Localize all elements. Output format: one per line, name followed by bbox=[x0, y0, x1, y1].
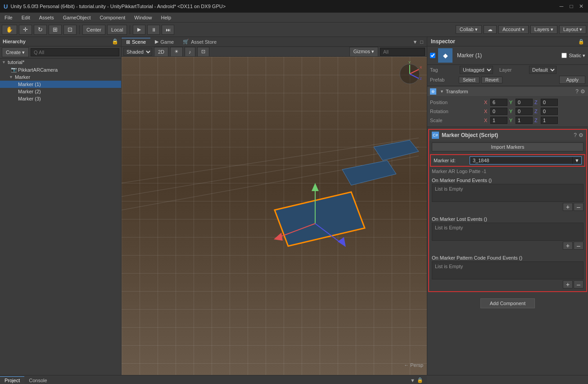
inspector-title-row: ◆ Marker (1) Static ▾ bbox=[427, 46, 588, 65]
hierarchy-item-marker1[interactable]: Marker (1) bbox=[0, 81, 121, 88]
prefab-apply-button[interactable]: Apply bbox=[559, 76, 585, 84]
on-marker-found-add-button[interactable]: + bbox=[563, 203, 573, 211]
titlebar-controls[interactable]: ─ □ ✕ bbox=[558, 3, 584, 9]
inspector-active-checkbox[interactable] bbox=[430, 53, 435, 58]
hierarchy-item-tutorial[interactable]: ▼ tutorial* bbox=[0, 59, 121, 66]
scene-canvas: X Y Z ← Persp bbox=[122, 57, 427, 375]
minimize-button[interactable]: ─ bbox=[558, 3, 565, 9]
tab-console[interactable]: Console bbox=[24, 377, 51, 384]
menu-help[interactable]: Help bbox=[156, 14, 176, 21]
cloud-button[interactable]: ☁ bbox=[484, 25, 497, 34]
prefab-select-button[interactable]: Select bbox=[459, 77, 479, 83]
hierarchy-header[interactable]: Hierarchy 🔒 bbox=[0, 37, 121, 46]
scale-y-input[interactable] bbox=[516, 117, 533, 124]
layers-button[interactable]: Layers ▾ bbox=[530, 25, 557, 34]
scale-x-input[interactable] bbox=[490, 117, 507, 124]
local-toggle-button[interactable]: Local bbox=[107, 25, 127, 35]
position-y-input[interactable] bbox=[516, 99, 533, 106]
audio-button[interactable]: ♪ bbox=[185, 47, 195, 57]
hierarchy-item-label-marker1: Marker (1) bbox=[18, 82, 41, 87]
layout-button[interactable]: Layout ▾ bbox=[559, 25, 586, 34]
hierarchy-item-marker3[interactable]: Marker (3) bbox=[0, 95, 121, 102]
close-button[interactable]: ✕ bbox=[578, 3, 584, 9]
scale-z-label: Z bbox=[534, 118, 540, 123]
marker-id-dropdown-arrow[interactable]: ▼ bbox=[572, 157, 581, 164]
import-btn-row: Import Markers bbox=[429, 141, 586, 153]
rect-tool-button[interactable]: ⊡ bbox=[63, 25, 77, 35]
position-z-input[interactable] bbox=[541, 99, 558, 106]
transform-help-icon[interactable]: ? bbox=[575, 88, 579, 95]
pause-button[interactable]: ⏸ bbox=[147, 25, 160, 35]
play-button[interactable]: ▶ bbox=[133, 25, 145, 35]
script-gear-icon[interactable]: ⚙ bbox=[579, 132, 583, 138]
effects-button[interactable]: ⊡ bbox=[197, 47, 209, 57]
hierarchy-search-input[interactable] bbox=[31, 48, 119, 56]
shading-dropdown[interactable]: Shaded bbox=[123, 48, 152, 56]
hierarchy-create-button[interactable]: Create ▾ bbox=[2, 47, 29, 57]
on-marker-pattern-add-button[interactable]: + bbox=[563, 280, 573, 288]
gizmos-button[interactable]: Gizmos ▾ bbox=[349, 47, 378, 57]
move-tool-button[interactable]: ✛ bbox=[19, 25, 32, 35]
on-marker-lost-add-button[interactable]: + bbox=[563, 242, 573, 250]
hierarchy-item-marker2[interactable]: Marker (2) bbox=[0, 88, 121, 95]
menu-window[interactable]: Window bbox=[130, 14, 156, 21]
menu-component[interactable]: Component bbox=[95, 14, 130, 21]
tag-dropdown[interactable]: Untagged bbox=[460, 66, 493, 74]
bottom-collapse-icon[interactable]: ▼ bbox=[410, 378, 415, 383]
rotate-tool-button[interactable]: ↻ bbox=[34, 25, 47, 35]
inspector-lock-icon[interactable]: 🔒 bbox=[578, 39, 584, 45]
tab-project[interactable]: Project bbox=[0, 376, 24, 384]
layer-dropdown[interactable]: Default bbox=[529, 66, 556, 74]
toolbar-sep-2 bbox=[130, 25, 130, 34]
svg-marker-5 bbox=[275, 192, 365, 246]
scene-maximize-icon[interactable]: □ bbox=[420, 39, 423, 45]
position-x-input[interactable] bbox=[490, 99, 507, 106]
inspector-static-checkbox[interactable] bbox=[561, 53, 567, 58]
collab-button[interactable]: Collab ▾ bbox=[456, 25, 482, 34]
hand-tool-button[interactable]: ✋ bbox=[2, 25, 17, 35]
bottom-lock-icon[interactable]: 🔒 bbox=[417, 377, 423, 383]
add-component-button[interactable]: Add Component bbox=[480, 298, 535, 308]
transform-section-header[interactable]: ⊕ ▼ Transform ? ⚙ bbox=[427, 87, 588, 96]
account-button[interactable]: Account ▾ bbox=[498, 25, 529, 34]
tab-asset-store[interactable]: 🛒 Asset Store bbox=[178, 38, 221, 46]
menu-gameobject[interactable]: GameObject bbox=[59, 14, 95, 21]
scene-view[interactable]: X Y Z ← Persp bbox=[122, 57, 427, 375]
svg-marker-3 bbox=[374, 140, 419, 160]
hierarchy-lock-icon[interactable]: 🔒 bbox=[112, 38, 118, 45]
scale-z-input[interactable] bbox=[541, 117, 558, 124]
inspector-obj-name: Marker (1) bbox=[457, 52, 482, 59]
on-marker-lost-remove-button[interactable]: – bbox=[574, 242, 583, 250]
scale-tool-button[interactable]: ⊞ bbox=[49, 25, 62, 35]
import-markers-button[interactable]: Import Markers bbox=[432, 142, 583, 151]
scene-search-input[interactable] bbox=[380, 48, 425, 56]
camera-icon: 📷 bbox=[11, 67, 17, 73]
scene-collapse-icon[interactable]: ▼ bbox=[412, 39, 417, 45]
prefab-revert-button[interactable]: Revert bbox=[481, 77, 502, 83]
on-marker-found-remove-button[interactable]: – bbox=[574, 203, 583, 211]
hierarchy-item-marker[interactable]: ▼ Marker bbox=[0, 73, 121, 81]
step-button[interactable]: ⏭ bbox=[162, 25, 174, 35]
scale-x-label: X bbox=[484, 118, 489, 123]
tab-asset-store-label: Asset Store bbox=[191, 39, 217, 45]
menu-file[interactable]: File bbox=[0, 14, 17, 21]
2d-toggle-button[interactable]: 2D bbox=[154, 47, 168, 57]
tab-scene[interactable]: ⊞ Scene bbox=[122, 38, 150, 46]
rotation-z-input[interactable] bbox=[541, 108, 558, 115]
rotation-x-input[interactable] bbox=[490, 108, 507, 115]
script-help-icon[interactable]: ? bbox=[574, 132, 577, 138]
transform-gear-icon[interactable]: ⚙ bbox=[580, 88, 585, 95]
on-marker-pattern-remove-button[interactable]: – bbox=[574, 280, 583, 288]
tab-game[interactable]: ▶ Game bbox=[150, 38, 178, 46]
hierarchy-item-camera[interactable]: 📷 PikkartARCamera bbox=[0, 66, 121, 73]
maximize-button[interactable]: □ bbox=[568, 3, 574, 9]
marker-logo-label: Marker AR Logo Patte bbox=[432, 169, 480, 174]
scene-toolbar: Shaded 2D ☀ ♪ ⊡ Gizmos ▾ bbox=[122, 47, 427, 57]
prefab-label: Prefab bbox=[430, 77, 457, 82]
rotation-y-input[interactable] bbox=[516, 108, 533, 115]
center-toggle-button[interactable]: Center bbox=[82, 25, 105, 35]
menu-assets[interactable]: Assets bbox=[35, 14, 59, 21]
marker-id-row: Marker id: 3_1848 ▼ bbox=[430, 154, 585, 167]
lighting-button[interactable]: ☀ bbox=[170, 47, 183, 57]
menu-edit[interactable]: Edit bbox=[17, 14, 35, 21]
